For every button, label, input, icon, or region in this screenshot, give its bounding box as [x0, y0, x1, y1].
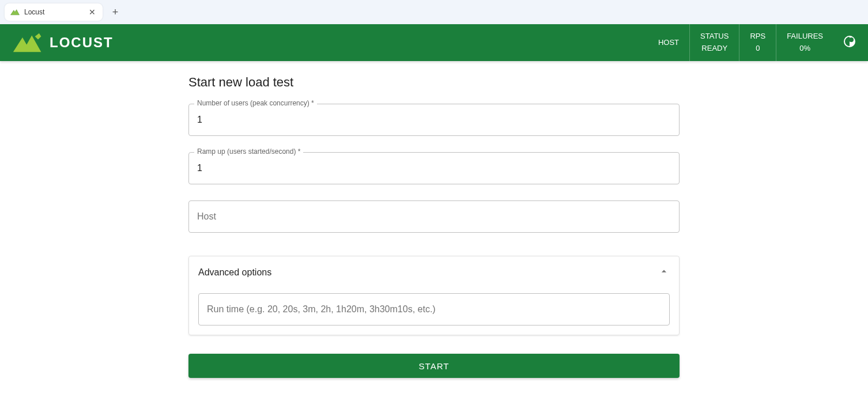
stat-failures-value: 0%: [799, 43, 810, 55]
host-field-wrapper: [188, 200, 680, 233]
runtime-input[interactable]: [198, 293, 670, 325]
app-header: LOCUST HOST STATUS READY RPS 0 FAILURES …: [0, 24, 868, 61]
advanced-options-header[interactable]: Advanced options: [189, 256, 679, 289]
stat-rps-label: RPS: [750, 31, 765, 43]
start-button[interactable]: START: [188, 354, 680, 378]
advanced-options-accordion: Advanced options: [188, 256, 680, 335]
logo-text: LOCUST: [50, 35, 114, 51]
stat-failures: FAILURES 0%: [776, 24, 833, 61]
advanced-options-label: Advanced options: [198, 267, 271, 278]
advanced-options-body: [189, 289, 679, 335]
host-input[interactable]: [188, 200, 680, 233]
new-tab-button[interactable]: +: [107, 4, 123, 20]
stat-host: HOST: [648, 24, 689, 61]
logo: LOCUST: [12, 32, 114, 53]
page-title: Start new load test: [188, 75, 680, 90]
rampup-field-wrapper: Ramp up (users started/second) *: [188, 152, 680, 184]
stat-failures-label: FAILURES: [787, 31, 823, 43]
rampup-input[interactable]: [188, 152, 680, 184]
header-stats: HOST STATUS READY RPS 0 FAILURES 0%: [648, 24, 833, 61]
users-input[interactable]: [188, 104, 680, 136]
dark-mode-icon: [843, 35, 856, 51]
users-field-wrapper: Number of users (peak concurrency) *: [188, 104, 680, 136]
users-label: Number of users (peak concurrency) *: [194, 99, 317, 107]
theme-toggle-button[interactable]: [843, 35, 856, 51]
locust-logo-icon: [12, 32, 44, 53]
stat-status-value: READY: [701, 43, 727, 55]
chevron-up-icon: [658, 266, 670, 279]
close-icon[interactable]: ✕: [88, 7, 97, 17]
locust-favicon: [10, 7, 20, 17]
stat-rps-value: 0: [756, 43, 760, 55]
stat-status: STATUS READY: [689, 24, 739, 61]
rampup-label: Ramp up (users started/second) *: [194, 147, 303, 156]
svg-point-1: [849, 37, 854, 42]
browser-tab-bar: Locust ✕ +: [0, 0, 868, 24]
main-content: Start new load test Number of users (pea…: [188, 61, 680, 401]
stat-status-label: STATUS: [700, 31, 729, 43]
stat-host-label: HOST: [658, 37, 679, 49]
runtime-field-wrapper: [198, 293, 670, 325]
stat-rps: RPS 0: [739, 24, 776, 61]
tab-title: Locust: [24, 8, 83, 16]
browser-tab[interactable]: Locust ✕: [5, 3, 103, 21]
